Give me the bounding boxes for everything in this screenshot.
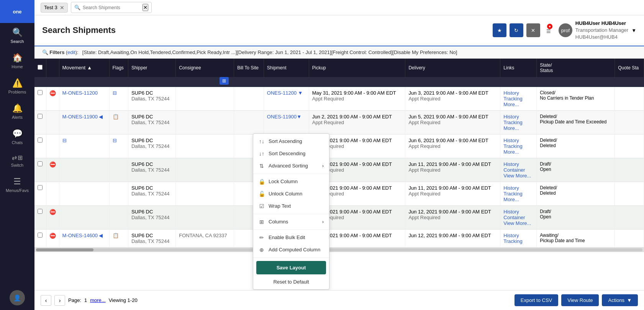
history-link[interactable]: History: [503, 138, 533, 143]
tab-close-button[interactable]: ✕: [60, 5, 64, 11]
sidebar-item-search[interactable]: 🔍 Search: [0, 23, 34, 48]
viewing-label: Viewing 1-20: [109, 297, 138, 303]
th-shipper[interactable]: Shipper: [128, 59, 175, 77]
select-all-checkbox[interactable]: [38, 65, 43, 70]
save-layout-button[interactable]: Save Layout: [256, 261, 326, 274]
th-consignee[interactable]: Consignee: [176, 59, 234, 77]
sidebar-item-menus[interactable]: ☰ Menus/Favs: [0, 172, 34, 197]
row-movement-cell: M-ONES-11200: [59, 87, 109, 111]
shipment-flag: ▼: [298, 90, 303, 96]
prev-page-button[interactable]: ‹: [41, 295, 51, 306]
filters-edit-link[interactable]: edit: [67, 49, 75, 55]
search-icon: 🔍: [12, 28, 23, 38]
sidebar-item-chats[interactable]: 💬 Chats: [0, 124, 34, 149]
th-movement[interactable]: Movement ▲: [59, 59, 109, 77]
sort-ascending-label: Sort Ascending: [269, 138, 302, 144]
submenu-arrow-icon: ›: [322, 219, 324, 225]
enable-bulk-edit-menuitem[interactable]: ✏ Enable Bulk Edit: [253, 231, 329, 244]
star-button[interactable]: ★: [493, 23, 506, 37]
history-link[interactable]: History: [503, 233, 533, 238]
row-checkbox[interactable]: [38, 114, 43, 119]
horizontal-scrollbar[interactable]: [34, 248, 644, 252]
th-check[interactable]: [34, 59, 46, 77]
avatar: prof: [559, 23, 572, 37]
tracking-link[interactable]: Tracking: [503, 238, 533, 244]
tracking-link[interactable]: Tracking: [503, 143, 533, 149]
sidebar-bottom: 👤: [10, 285, 25, 310]
movement-link[interactable]: M-ONES-11200: [62, 90, 98, 96]
wrap-text-label: Wrap Text: [269, 203, 291, 209]
reset-to-default-menuitem[interactable]: Reset to Default: [253, 276, 329, 288]
row-checkbox[interactable]: [38, 90, 43, 95]
row-pickup-cell: May 31, 2021 9:00 AM - 9:00 AM EDTAppt R…: [309, 87, 405, 111]
row-checkbox[interactable]: [38, 161, 43, 166]
history-link[interactable]: History: [503, 209, 533, 215]
th-pickup[interactable]: Pickup: [309, 59, 405, 77]
row-checkbox[interactable]: [38, 209, 43, 214]
advanced-sorting-menuitem[interactable]: ⇅ Advanced Sorting ›: [253, 160, 329, 172]
view-more-link[interactable]: View More...: [503, 173, 533, 179]
history-link[interactable]: History: [503, 90, 533, 96]
columns-menuitem[interactable]: ⊞ Columns ›: [253, 216, 329, 228]
actions-button[interactable]: Actions ▼: [602, 294, 638, 306]
movement-link[interactable]: M-ONES-14600: [62, 233, 98, 238]
th-shipment[interactable]: Shipment: [264, 59, 309, 77]
refresh-button[interactable]: ↻: [510, 23, 523, 37]
sidebar-item-switch[interactable]: ⇄ ⊞ Switch: [0, 149, 34, 172]
table-container[interactable]: Movement ▲ Flags Shipper Consignee Bill …: [34, 59, 644, 290]
sidebar-item-home[interactable]: 🏠 Home: [0, 48, 34, 74]
lock-column-menuitem[interactable]: 🔒 Lock Column: [253, 176, 329, 188]
th-state[interactable]: State/Status: [537, 59, 615, 77]
sort-descending-menuitem[interactable]: ↓↑ Sort Descending: [253, 148, 329, 160]
history-link[interactable]: History: [503, 185, 533, 191]
bottom-actions: Export to CSV View Route Actions ▼: [515, 294, 638, 306]
search-clear-button[interactable]: ✕: [143, 4, 148, 11]
export-csv-button[interactable]: Export to CSV: [515, 294, 558, 306]
more-link[interactable]: More...: [503, 197, 533, 202]
tracking-link[interactable]: Tracking: [503, 120, 533, 125]
next-page-button[interactable]: ›: [54, 295, 65, 306]
history-link[interactable]: History: [503, 114, 533, 120]
sidebar-avatar[interactable]: 👤: [10, 290, 25, 305]
row-checkbox[interactable]: [38, 233, 43, 238]
row-checkbox[interactable]: [38, 138, 43, 143]
more-link[interactable]: More...: [503, 125, 533, 131]
search-tab[interactable]: 🔍 ✕: [71, 2, 152, 13]
more-pages-link[interactable]: more...: [90, 297, 105, 303]
sidebar-item-alerts[interactable]: 🔔 Alerts: [0, 99, 34, 124]
shipment-link[interactable]: ONES-11200: [267, 90, 297, 96]
th-bill-to[interactable]: Bill To Site: [234, 59, 264, 77]
row-checkbox[interactable]: [38, 185, 43, 190]
add-computed-column-menuitem[interactable]: ⊕ Add Computed Column: [253, 244, 329, 256]
more-link[interactable]: More...: [503, 102, 533, 107]
sidebar-item-problems[interactable]: ⚠️ Problems: [0, 74, 34, 99]
movement-link[interactable]: M-ONES-11900: [62, 114, 98, 120]
th-flag[interactable]: [46, 59, 59, 77]
unlock-column-menuitem[interactable]: 🔓 Unlock Column: [253, 188, 329, 200]
th-links[interactable]: Links: [500, 59, 537, 77]
wrap-text-menuitem[interactable]: ☑ Wrap Text: [253, 200, 329, 212]
table-row: ⛔ M-ONES-11200 ⊟ SUP6 DCDallas, TX 75244…: [34, 87, 644, 111]
view-route-button[interactable]: View Route: [561, 294, 599, 306]
th-delivery[interactable]: Delivery: [405, 59, 500, 77]
row-checkbox-cell[interactable]: [34, 87, 46, 111]
container-link[interactable]: Container: [503, 215, 533, 220]
container-link[interactable]: Container: [503, 167, 533, 173]
scrollbar-thumb[interactable]: [36, 248, 93, 251]
tracking-link[interactable]: Tracking: [503, 96, 533, 102]
user-dropdown-button[interactable]: ▼: [631, 27, 636, 34]
tab-test3[interactable]: Test 3 ✕: [41, 3, 68, 13]
app-logo[interactable]: one: [0, 0, 34, 23]
tracking-link[interactable]: Tracking: [503, 191, 533, 197]
close-button[interactable]: ✕: [526, 23, 540, 37]
more-link[interactable]: More...: [503, 149, 533, 155]
th-flags[interactable]: Flags: [109, 59, 128, 77]
shipment-link[interactable]: ONES-11900: [267, 114, 297, 120]
search-input[interactable]: [83, 5, 140, 10]
column-options-button[interactable]: ⊞: [220, 77, 229, 85]
sort-ascending-menuitem[interactable]: ↑↓ Sort Ascending: [253, 135, 329, 148]
view-more-link[interactable]: View More...: [503, 220, 533, 226]
th-quote[interactable]: Quote Sta: [615, 59, 644, 77]
menu-button[interactable]: ☰ ★: [546, 25, 551, 35]
history-link[interactable]: History: [503, 161, 533, 167]
